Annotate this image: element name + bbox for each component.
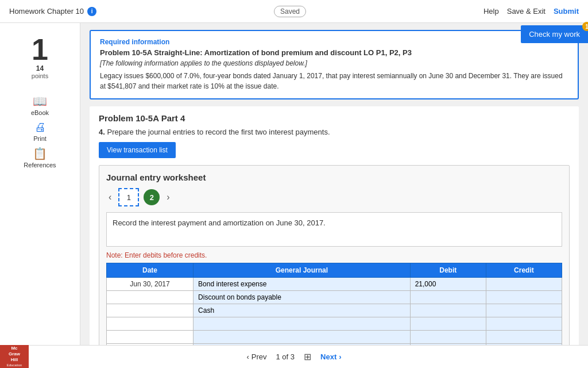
table-row-credit-3[interactable] — [486, 317, 562, 331]
table-row-date-4 — [107, 331, 194, 344]
info-box: Required information Problem 10-5A Strai… — [90, 30, 579, 99]
notification-badge: 1 — [582, 22, 588, 31]
prev-button[interactable]: ‹ Prev — [246, 352, 266, 361]
required-info: Required information — [100, 38, 568, 46]
th-credit: Credit — [486, 263, 562, 278]
next-page-button[interactable]: › — [164, 191, 172, 204]
grid-icon[interactable]: ⊞ — [304, 351, 311, 362]
ebook-icon: 📖 — [33, 94, 47, 108]
page-1-box[interactable]: 1 — [118, 188, 139, 206]
instruction-number: 4. — [99, 128, 105, 136]
table-row-credit-4[interactable] — [486, 331, 562, 344]
info-icon[interactable]: i — [87, 7, 96, 16]
help-link[interactable]: Help — [483, 7, 499, 16]
next-button[interactable]: Next › — [320, 352, 342, 361]
mcgraw-logo: Mc Graw Hill Education — [0, 345, 29, 368]
table-row-date-3 — [107, 317, 194, 331]
main-layout: 1 14 points 📖 eBook 🖨 Print 📋 References… — [0, 23, 588, 368]
problem-title: Problem 10-5A Straight-Line: Amortizatio… — [100, 48, 568, 57]
journal-table: Date General Journal Debit Credit — [106, 263, 562, 357]
table-row-debit-3[interactable] — [410, 317, 486, 331]
homework-title: Homework Chapter 10 — [9, 7, 84, 16]
top-bar-right: Help Save & Exit Submit — [483, 7, 579, 16]
references-label: References — [24, 162, 56, 168]
points-value: 14 — [36, 64, 44, 72]
check-my-work-area: Check my work 1 — [521, 25, 588, 43]
sidebar-tools: 📖 eBook 🖨 Print 📋 References — [0, 89, 80, 174]
table-row-date-0: Jun 30, 2017 — [107, 278, 194, 291]
print-tool[interactable]: 🖨 Print — [33, 121, 47, 142]
th-date: Date — [107, 263, 194, 278]
prev-arrow-icon: ‹ — [246, 352, 249, 361]
print-icon: 🖨 — [34, 121, 46, 134]
problem-text: Legacy issues $600,000 of 7.0%, four-yea… — [100, 71, 568, 91]
references-icon: 📋 — [33, 147, 47, 160]
problem-section: Problem 10-5A Part 4 4. Prepare the jour… — [90, 106, 579, 368]
table-row-journal-3[interactable] — [194, 317, 411, 331]
table-row-credit-2[interactable] — [486, 304, 562, 317]
submit-button[interactable]: Submit — [554, 7, 579, 16]
view-transaction-button[interactable]: View transaction list — [99, 142, 176, 158]
table-row-debit-0[interactable] — [410, 278, 486, 291]
table-row-journal-2[interactable] — [194, 304, 411, 317]
table-row-journal-0[interactable] — [194, 278, 411, 291]
prev-page-button[interactable]: ‹ — [106, 191, 114, 204]
ebook-label: eBook — [31, 109, 49, 116]
top-bar-left: Homework Chapter 10 i — [9, 7, 96, 16]
table-row-credit-0[interactable] — [486, 278, 562, 291]
th-debit: Debit — [410, 263, 486, 278]
table-row-date-1 — [107, 291, 194, 304]
saved-badge: Saved — [274, 6, 306, 17]
description-box: Record the interest payment and amortiza… — [106, 212, 562, 247]
table-row-journal-4[interactable] — [194, 331, 411, 344]
content-area: Required information Problem 10-5A Strai… — [80, 23, 588, 368]
question-number-section: 1 14 points — [0, 29, 80, 89]
check-my-work-button[interactable]: Check my work 1 — [521, 25, 588, 43]
problem-instruction: 4. Prepare the journal entries to record… — [99, 128, 570, 136]
ebook-tool[interactable]: 📖 eBook — [31, 94, 49, 116]
problem-part-title: Problem 10-5A Part 4 — [99, 113, 570, 123]
bottom-nav: Mc Graw Hill Education ‹ Prev 1 of 3 ⊞ N… — [0, 345, 588, 368]
print-label: Print — [33, 135, 47, 142]
instruction-text: Prepare the journal entries to record th… — [107, 128, 330, 136]
table-row-journal-1[interactable] — [194, 291, 411, 304]
table-row-debit-4[interactable] — [410, 331, 486, 344]
points-label: points — [32, 72, 48, 79]
references-tool[interactable]: 📋 References — [24, 147, 56, 168]
th-journal: General Journal — [194, 263, 411, 278]
table-row-date-2 — [107, 304, 194, 317]
description-text: Record the interest payment and amortiza… — [113, 218, 326, 227]
page-2-box[interactable]: 2 — [144, 189, 160, 205]
save-exit-link[interactable]: Save & Exit — [507, 7, 546, 16]
table-row-debit-1[interactable] — [410, 291, 486, 304]
page-indicator: 1 of 3 — [276, 352, 295, 361]
worksheet-nav: ‹ 1 2 › — [106, 188, 562, 206]
problem-subtitle: [The following information applies to th… — [100, 59, 568, 67]
table-row-credit-1[interactable] — [486, 291, 562, 304]
left-sidebar: 1 14 points 📖 eBook 🖨 Print 📋 References — [0, 23, 80, 368]
top-bar: Homework Chapter 10 i Saved Help Save & … — [0, 0, 588, 23]
next-arrow-icon: › — [339, 352, 341, 361]
table-row-debit-2[interactable] — [410, 304, 486, 317]
note-text: Note: Enter debits before credits. — [106, 251, 562, 259]
question-number: 1 — [32, 34, 48, 64]
worksheet-box: Journal entry worksheet ‹ 1 2 › Record t… — [99, 165, 570, 368]
worksheet-title: Journal entry worksheet — [106, 172, 562, 182]
